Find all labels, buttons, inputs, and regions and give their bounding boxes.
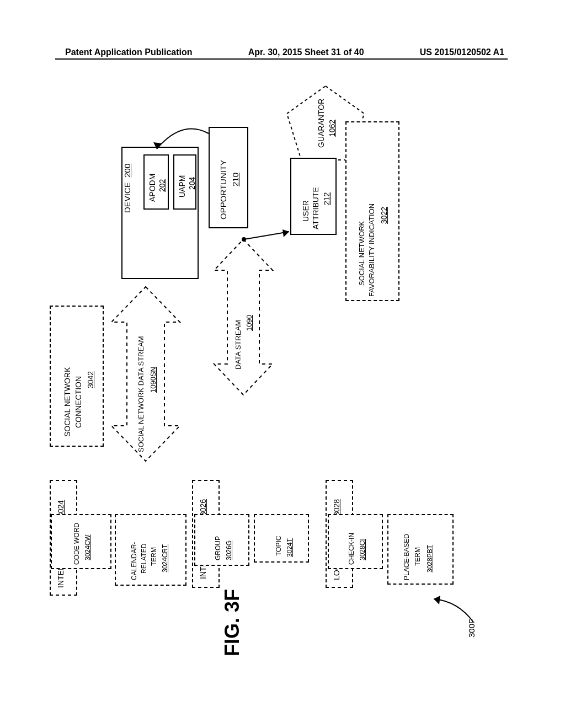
guarantor-ref: 1062 xyxy=(328,120,337,137)
crt-l2: RELATED xyxy=(140,544,148,574)
topic-label: TOPIC xyxy=(275,536,282,556)
snds-ref: 1090SN xyxy=(149,367,157,393)
checkin-box xyxy=(328,514,383,569)
user-attribute-ref: 212 xyxy=(322,192,331,205)
cw-label: CODE WORD xyxy=(73,523,81,565)
crt-ref: 3024CRT xyxy=(161,544,169,572)
apodm-label: APODM xyxy=(148,174,157,202)
group-ref: 3026G xyxy=(225,540,233,560)
snc-l1: SOCIAL NETWORK xyxy=(63,367,72,437)
snds-label: SOCIAL NETWORK DATA STREAM xyxy=(137,336,145,452)
ds-label: DATA STREAM xyxy=(234,320,242,370)
crt-l1: CALENDAR- xyxy=(130,542,138,580)
curve-opp-device xyxy=(149,126,221,164)
header-rule xyxy=(55,58,508,60)
header-right: US 2015/0120502 A1 xyxy=(420,47,565,57)
snds-text: SOCIAL NETWORK DATA STREAM xyxy=(137,336,145,452)
cw-box xyxy=(51,514,111,569)
svg-marker-7 xyxy=(434,596,440,604)
cw-ref: 3024CW xyxy=(84,534,92,560)
checkin-label: CHECK-IN xyxy=(348,533,355,565)
opportunity-label: OPPORTUNITY xyxy=(218,160,228,220)
line-ds-ua xyxy=(242,228,297,250)
apodm-ref: 202 xyxy=(158,179,167,192)
svg-point-5 xyxy=(242,237,246,242)
user-attribute-label1: USER xyxy=(301,200,310,222)
group-label: GROUP xyxy=(214,536,222,560)
header-left: Patent Application Publication xyxy=(0,47,193,57)
uapm-ref: 204 xyxy=(188,177,196,190)
svg-marker-1 xyxy=(111,287,180,461)
topic-ref: 3024T xyxy=(286,538,294,557)
header-mid: Apr. 30, 2015 Sheet 31 of 40 xyxy=(193,47,420,57)
ds-arrow-shape xyxy=(209,237,278,397)
snc-l2: CONNECTION xyxy=(74,376,83,428)
apodm-text: APODM xyxy=(148,174,157,202)
pbt-l1: PLACE-BASED xyxy=(403,534,411,580)
figure-label: FIG. 3F xyxy=(221,589,244,656)
device-label2: DEVICE xyxy=(122,182,132,213)
snc-ref: 3042 xyxy=(86,371,95,388)
snfi-l1: SOCIAL NETWORK xyxy=(358,221,366,286)
checkin-ref: 3028CI xyxy=(359,539,366,560)
ds-ref: 1090 xyxy=(245,315,253,331)
device-ref2: 200 xyxy=(122,164,132,178)
guarantor-label: GUARANTOR xyxy=(317,99,326,148)
page-header: Patent Application Publication Apr. 30, … xyxy=(0,47,565,57)
opportunity-ref: 210 xyxy=(231,173,240,186)
svg-marker-2 xyxy=(214,239,273,395)
snfi-ref: 3022 xyxy=(380,207,388,224)
figure-diagram: DEVICE 200 /* override: device label sit… xyxy=(50,77,524,673)
snfi-l2: FAVORABILITY INDICATION xyxy=(367,204,376,297)
device-label-row: DEVICE 200 xyxy=(122,164,132,213)
group-box xyxy=(194,514,249,566)
snds-arrow-shape xyxy=(107,285,184,463)
pbt-l2: TERM xyxy=(414,547,422,566)
pbt-ref: 3028PBT xyxy=(426,545,434,572)
svg-marker-6 xyxy=(282,229,289,237)
fig-callout: 300F xyxy=(467,619,476,638)
crt-l3: TERM xyxy=(150,547,158,566)
user-attribute-label2: ATTRIBUTE xyxy=(311,187,320,229)
svg-line-4 xyxy=(244,232,289,239)
uapm-label: UAPM xyxy=(178,175,186,197)
